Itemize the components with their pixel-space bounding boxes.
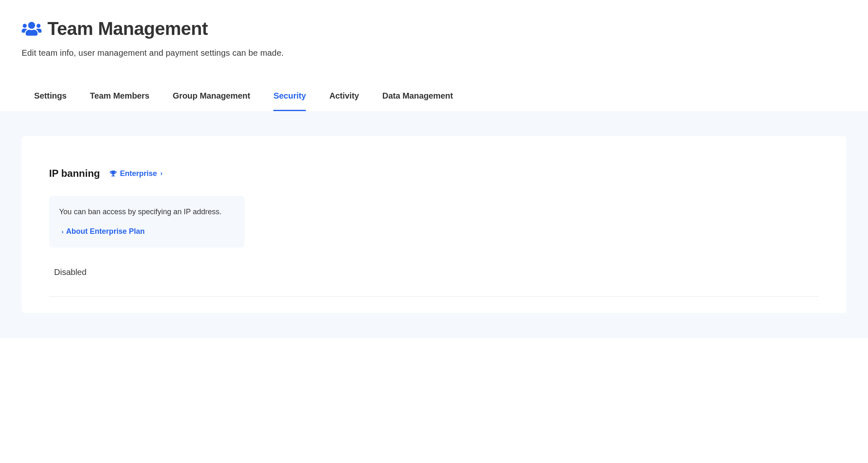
- tab-settings[interactable]: Settings: [34, 91, 67, 111]
- info-text: You can ban access by specifying an IP a…: [59, 208, 235, 216]
- header-section: Team Management Edit team info, user man…: [0, 0, 868, 111]
- tab-group-management[interactable]: Group Management: [173, 91, 250, 111]
- enterprise-badge[interactable]: Enterprise ›: [110, 169, 162, 178]
- tab-activity[interactable]: Activity: [329, 91, 359, 111]
- page-description: Edit team info, user management and paym…: [22, 48, 846, 58]
- page-title-row: Team Management: [22, 18, 846, 39]
- status-text: Disabled: [49, 267, 819, 296]
- about-link-label: About Enterprise Plan: [66, 227, 145, 236]
- about-enterprise-link[interactable]: › About Enterprise Plan: [59, 227, 235, 236]
- chevron-right-icon: ›: [62, 228, 64, 235]
- users-icon: [22, 21, 42, 37]
- tabs-row: Settings Team Members Group Management S…: [22, 91, 846, 111]
- tab-team-members[interactable]: Team Members: [90, 91, 149, 111]
- section-header: IP banning Enterprise ›: [49, 168, 819, 179]
- security-card: IP banning Enterprise › You can ban acce…: [22, 136, 846, 313]
- tab-data-management[interactable]: Data Management: [382, 91, 453, 111]
- content-area: IP banning Enterprise › You can ban acce…: [0, 111, 868, 338]
- enterprise-badge-label: Enterprise: [120, 169, 157, 178]
- section-title: IP banning: [49, 168, 100, 179]
- chevron-right-icon: ›: [160, 170, 162, 177]
- divider: [49, 296, 819, 297]
- page-title: Team Management: [47, 18, 208, 39]
- info-box: You can ban access by specifying an IP a…: [49, 196, 245, 248]
- tab-security[interactable]: Security: [273, 91, 306, 111]
- trophy-icon: [110, 170, 117, 177]
